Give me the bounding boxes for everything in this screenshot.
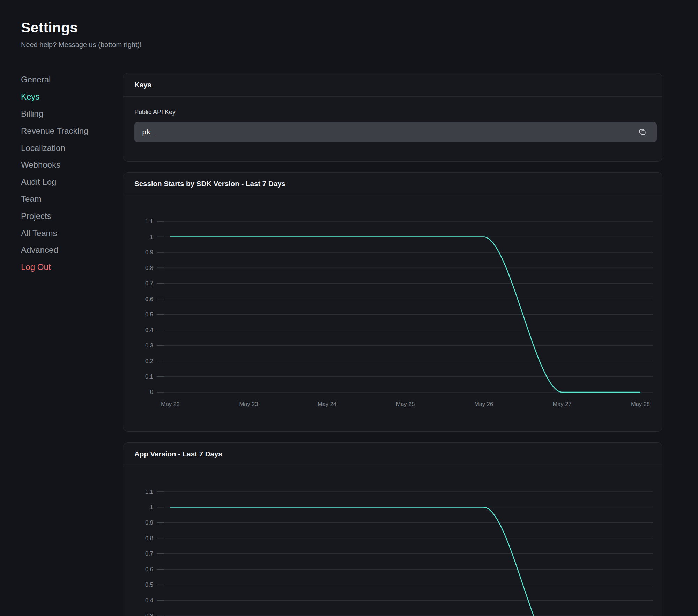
keys-card-title: Keys bbox=[134, 81, 151, 89]
svg-text:May 26: May 26 bbox=[474, 401, 493, 407]
svg-text:0.2: 0.2 bbox=[145, 358, 153, 364]
svg-text:1: 1 bbox=[150, 234, 153, 240]
svg-text:0.6: 0.6 bbox=[145, 566, 153, 572]
svg-text:0.1: 0.1 bbox=[145, 373, 153, 380]
svg-text:0.5: 0.5 bbox=[145, 311, 153, 317]
svg-text:0.3: 0.3 bbox=[145, 342, 153, 349]
sdk-version-line-chart[interactable]: 1.110.90.80.70.60.50.40.30.20.10May 22Ma… bbox=[123, 195, 662, 432]
public-api-key-label: Public API Key bbox=[134, 109, 657, 116]
svg-text:May 27: May 27 bbox=[552, 401, 571, 407]
svg-text:1.1: 1.1 bbox=[145, 218, 153, 225]
copy-icon bbox=[638, 128, 646, 136]
keys-card: Keys Public API Key pk_ bbox=[123, 73, 662, 162]
sidebar-item-keys[interactable]: Keys bbox=[21, 88, 109, 105]
public-api-key-field[interactable]: pk_ bbox=[134, 122, 657, 142]
svg-text:May 24: May 24 bbox=[318, 401, 336, 407]
sidebar-nav: GeneralKeysBillingRevenue TrackingLocali… bbox=[21, 71, 109, 276]
svg-text:0.5: 0.5 bbox=[145, 581, 153, 588]
page-subtitle: Need help? Message us (bottom right)! bbox=[21, 41, 142, 49]
svg-text:0.7: 0.7 bbox=[145, 550, 153, 557]
page-title: Settings bbox=[21, 20, 142, 36]
svg-text:0.7: 0.7 bbox=[145, 280, 153, 286]
svg-text:0.8: 0.8 bbox=[145, 535, 153, 541]
sidebar-item-team[interactable]: Team bbox=[21, 191, 109, 208]
svg-text:1.1: 1.1 bbox=[145, 489, 153, 495]
svg-text:0.4: 0.4 bbox=[145, 327, 153, 333]
svg-text:0: 0 bbox=[150, 389, 153, 395]
keys-card-body: Public API Key pk_ bbox=[123, 97, 662, 142]
copy-api-key-button[interactable] bbox=[636, 126, 648, 138]
keys-card-header: Keys bbox=[123, 73, 662, 97]
svg-text:0.9: 0.9 bbox=[145, 249, 153, 255]
sdk-version-chart-header: Session Starts by SDK Version - Last 7 D… bbox=[123, 173, 662, 195]
svg-text:0.4: 0.4 bbox=[145, 597, 153, 603]
svg-text:0.8: 0.8 bbox=[145, 265, 153, 271]
main-content: Keys Public API Key pk_ Session Starts b… bbox=[123, 73, 662, 616]
svg-text:0.9: 0.9 bbox=[145, 519, 153, 526]
svg-text:May 28: May 28 bbox=[631, 401, 650, 407]
sidebar-item-billing[interactable]: Billing bbox=[21, 105, 109, 123]
sidebar-item-general[interactable]: General bbox=[21, 71, 109, 88]
sidebar-item-projects[interactable]: Projects bbox=[21, 207, 109, 225]
app-version-chart-card: App Version - Last 7 Days 1.110.90.80.70… bbox=[123, 442, 662, 616]
sidebar-item-localization[interactable]: Localization bbox=[21, 139, 109, 156]
app-version-line-chart[interactable]: 1.110.90.80.70.60.50.40.30.20.10May 22Ma… bbox=[123, 465, 662, 616]
sdk-version-chart-title: Session Starts by SDK Version - Last 7 D… bbox=[134, 179, 285, 188]
page-header: Settings Need help? Message us (bottom r… bbox=[21, 20, 142, 49]
sidebar-item-audit-log[interactable]: Audit Log bbox=[21, 174, 109, 191]
sidebar-item-advanced[interactable]: Advanced bbox=[21, 242, 109, 259]
svg-text:May 23: May 23 bbox=[239, 401, 258, 407]
app-version-chart-header: App Version - Last 7 Days bbox=[123, 443, 662, 465]
svg-text:May 22: May 22 bbox=[161, 401, 180, 407]
svg-text:0.6: 0.6 bbox=[145, 296, 153, 302]
svg-text:May 25: May 25 bbox=[396, 401, 415, 407]
svg-text:0.3: 0.3 bbox=[145, 613, 153, 616]
sidebar-item-webhooks[interactable]: Webhooks bbox=[21, 156, 109, 174]
sdk-version-chart-card: Session Starts by SDK Version - Last 7 D… bbox=[123, 172, 662, 432]
sidebar-item-revenue-tracking[interactable]: Revenue Tracking bbox=[21, 122, 109, 139]
public-api-key-value: pk_ bbox=[142, 128, 155, 136]
svg-text:1: 1 bbox=[150, 504, 153, 510]
app-version-chart-title: App Version - Last 7 Days bbox=[134, 450, 222, 458]
sidebar-item-all-teams[interactable]: All Teams bbox=[21, 225, 109, 242]
sidebar-item-log-out[interactable]: Log Out bbox=[21, 259, 109, 276]
